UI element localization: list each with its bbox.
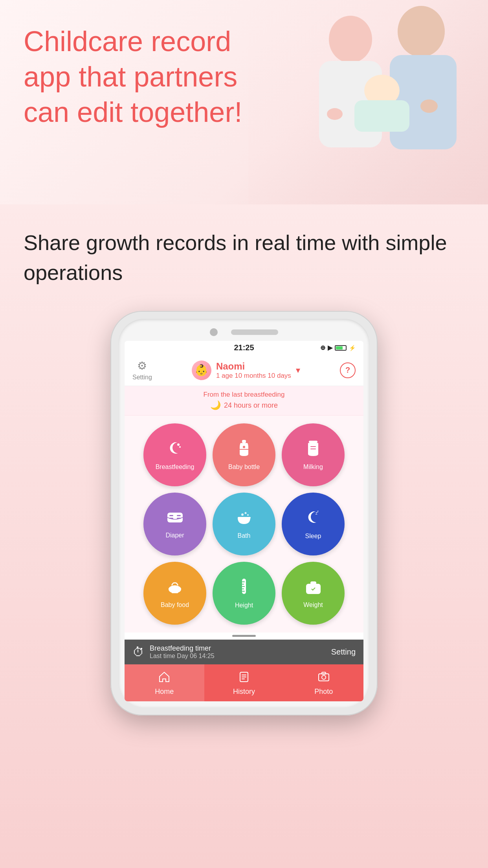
setting-button[interactable]: ⚙ Setting bbox=[132, 359, 152, 381]
battery-fill bbox=[336, 346, 343, 349]
svg-rect-42 bbox=[242, 675, 246, 675]
height-button[interactable]: Height bbox=[213, 562, 275, 625]
svg-rect-11 bbox=[242, 440, 246, 443]
phone-inner: 21:25 ⊕ ▶ ⚡ ⚙ Setting bbox=[118, 319, 370, 708]
action-grid: Breastfeeding Baby b bbox=[125, 416, 363, 633]
hero-family-image bbox=[248, 0, 488, 204]
photo-label: Photo bbox=[314, 688, 333, 696]
svg-point-13 bbox=[243, 446, 245, 448]
avatar: 👶 bbox=[192, 360, 211, 380]
svg-point-3 bbox=[398, 6, 445, 57]
timer-setting-button[interactable]: Setting bbox=[331, 647, 356, 657]
phone-screen: 21:25 ⊕ ▶ ⚡ ⚙ Setting bbox=[125, 341, 363, 701]
svg-point-24 bbox=[244, 512, 246, 514]
svg-point-7 bbox=[327, 108, 343, 120]
babyfood-label: Baby food bbox=[161, 601, 189, 609]
grid-row-1: Breastfeeding Baby b bbox=[131, 423, 357, 486]
home-label: Home bbox=[155, 688, 174, 696]
svg-point-1 bbox=[329, 16, 372, 63]
bath-button[interactable]: Bath bbox=[213, 493, 275, 555]
svg-point-46 bbox=[322, 675, 326, 679]
help-button[interactable]: ? bbox=[340, 362, 356, 378]
weight-icon bbox=[305, 578, 322, 598]
baby-name: Naomi bbox=[216, 361, 291, 372]
tab-bar: Home History bbox=[125, 664, 363, 701]
sleep-button[interactable]: z z Sleep bbox=[282, 493, 345, 555]
breastfeeding-button[interactable]: Breastfeeding bbox=[143, 423, 206, 486]
bf-time-text: 24 hours or more bbox=[224, 401, 278, 410]
svg-rect-15 bbox=[310, 446, 316, 447]
subtitle-text: Share growth records in real time with s… bbox=[24, 228, 464, 287]
gear-icon: ⚙ bbox=[137, 359, 147, 372]
svg-rect-47 bbox=[322, 672, 326, 674]
milking-icon bbox=[306, 439, 321, 460]
svg-rect-36 bbox=[242, 591, 245, 592]
breastfeeding-banner: From the last breastfeeding 🌙 24 hours o… bbox=[125, 386, 363, 416]
timer-bar[interactable]: ⏱ Breastfeeding timer Last time Day 06 1… bbox=[125, 640, 363, 664]
svg-point-8 bbox=[420, 99, 438, 113]
svg-rect-14 bbox=[309, 441, 317, 443]
hero-title: Childcare record app that partners can e… bbox=[24, 24, 251, 130]
svg-rect-17 bbox=[167, 513, 183, 522]
milking-button[interactable]: Milking bbox=[282, 423, 345, 486]
phone-notch bbox=[125, 325, 363, 341]
baby-food-button[interactable]: Baby food bbox=[143, 562, 206, 625]
timer-icon: ⏱ bbox=[132, 645, 144, 659]
svg-rect-16 bbox=[310, 449, 316, 449]
wifi-icon: ▶ bbox=[328, 344, 332, 351]
sleep-label: Sleep bbox=[305, 533, 321, 540]
charging-icon: ⚡ bbox=[349, 345, 356, 351]
baby-bottle-button[interactable]: Baby bottle bbox=[213, 423, 275, 486]
babyfood-icon bbox=[166, 578, 183, 598]
app-header: ⚙ Setting 👶 Naomi 1 age 10 months 10 day… bbox=[125, 355, 363, 386]
tab-history[interactable]: History bbox=[204, 664, 284, 701]
status-time: 21:25 bbox=[234, 343, 254, 352]
svg-rect-34 bbox=[242, 586, 245, 587]
svg-rect-32 bbox=[242, 581, 245, 582]
svg-point-9 bbox=[177, 443, 180, 446]
weight-label: Weight bbox=[303, 601, 323, 609]
baby-info: Naomi 1 age 10 months 10 days bbox=[216, 361, 291, 380]
setting-label: Setting bbox=[132, 374, 152, 381]
weight-button[interactable]: Weight bbox=[282, 562, 345, 625]
timer-text: Breastfeeding timer Last time Day 06 14:… bbox=[150, 644, 326, 660]
svg-rect-44 bbox=[242, 679, 245, 679]
svg-point-29 bbox=[169, 587, 181, 590]
status-bar: 21:25 ⊕ ▶ ⚡ bbox=[125, 341, 363, 355]
timer-title: Breastfeeding timer bbox=[150, 644, 326, 653]
bath-icon bbox=[235, 509, 253, 528]
tab-photo[interactable]: Photo bbox=[284, 664, 363, 701]
camera-dot bbox=[210, 328, 218, 336]
bf-label: From the last breastfeeding bbox=[129, 391, 359, 399]
grid-row-2: Diaper bbox=[131, 493, 357, 555]
svg-point-23 bbox=[241, 513, 244, 516]
svg-rect-35 bbox=[242, 588, 244, 589]
bf-time: 🌙 24 hours or more bbox=[129, 400, 359, 410]
svg-rect-20 bbox=[177, 515, 181, 516]
photo-icon bbox=[318, 671, 330, 685]
svg-rect-39 bbox=[310, 581, 316, 585]
chevron-down-icon: ▾ bbox=[296, 365, 300, 375]
diaper-button[interactable]: Diaper bbox=[143, 493, 206, 555]
bath-label: Bath bbox=[238, 532, 251, 539]
baby-profile[interactable]: 👶 Naomi 1 age 10 months 10 days ▾ bbox=[152, 360, 340, 380]
tab-home[interactable]: Home bbox=[125, 664, 204, 701]
history-label: History bbox=[233, 688, 255, 696]
sleep-icon: z z bbox=[305, 508, 322, 529]
svg-point-10 bbox=[179, 446, 181, 448]
height-label: Height bbox=[235, 602, 253, 609]
grid-row-3: Baby food bbox=[131, 562, 357, 625]
svg-rect-30 bbox=[172, 592, 178, 593]
help-icon: ? bbox=[345, 366, 350, 375]
svg-rect-6 bbox=[354, 100, 409, 132]
breastfeeding-icon bbox=[166, 439, 184, 460]
timer-last-time: Last time Day 06 14:25 bbox=[150, 653, 326, 660]
diaper-label: Diaper bbox=[165, 532, 184, 539]
subtitle-section: Share growth records in real time with s… bbox=[0, 204, 488, 303]
diaper-icon bbox=[166, 509, 184, 528]
location-icon: ⊕ bbox=[320, 344, 325, 351]
breastfeeding-label: Breastfeeding bbox=[156, 463, 194, 471]
home-icon bbox=[158, 671, 170, 685]
svg-rect-22 bbox=[238, 517, 251, 519]
hero-section: Childcare record app that partners can e… bbox=[0, 0, 488, 204]
